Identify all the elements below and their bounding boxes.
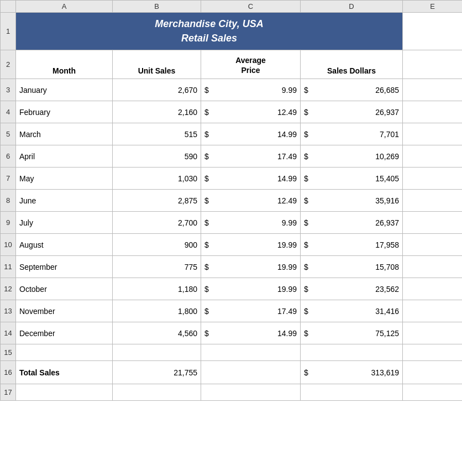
sales-cell: $75,125 <box>301 322 403 344</box>
sales-cell: $15,708 <box>301 256 403 278</box>
row-num-10: 10 <box>1 234 16 256</box>
table-row: 3 January 2,670 $9.99 $26,685 <box>1 79 463 101</box>
table-row: 9 July 2,700 $9.99 $26,937 <box>1 212 463 234</box>
sales-cell: $23,562 <box>301 278 403 300</box>
month-header: Month <box>16 50 113 79</box>
sales-cell: $10,269 <box>301 145 403 168</box>
price-cell: $9.99 <box>201 212 301 234</box>
title-cell: Merchandise City, USA Retail Sales <box>16 13 403 50</box>
units-cell: 1,800 <box>113 300 201 322</box>
empty-e <box>403 101 463 123</box>
empty-e <box>403 123 463 145</box>
units-cell: 1,180 <box>113 278 201 300</box>
table-row: 14 December 4,560 $14.99 $75,125 <box>1 322 463 344</box>
month-cell: September <box>16 256 113 278</box>
empty-c <box>201 384 301 401</box>
header-empty-e <box>403 50 463 79</box>
table-row: 8 June 2,875 $12.49 $35,916 <box>1 190 463 212</box>
empty-e <box>403 384 463 401</box>
sales-cell: $35,916 <box>301 190 403 212</box>
month-cell: August <box>16 234 113 256</box>
table-row: 10 August 900 $19.99 $17,958 <box>1 234 463 256</box>
total-price-empty <box>201 361 301 384</box>
table-row: 13 November 1,800 $17.49 $31,416 <box>1 300 463 322</box>
units-cell: 515 <box>113 123 201 145</box>
empty-c <box>201 344 301 361</box>
spreadsheet: A B C D E 1 Merchandise City, USA Retail… <box>0 0 462 476</box>
units-cell: 2,700 <box>113 212 201 234</box>
empty-e <box>403 256 463 278</box>
units-cell: 590 <box>113 145 201 168</box>
sales-cell: $7,701 <box>301 123 403 145</box>
empty-a <box>16 384 113 401</box>
empty-e <box>403 344 463 361</box>
empty-e <box>403 190 463 212</box>
units-cell: 1,030 <box>113 168 201 190</box>
month-cell: February <box>16 101 113 123</box>
col-letter-e: E <box>403 1 463 13</box>
col-letter-b: B <box>113 1 201 13</box>
price-cell: $19.99 <box>201 278 301 300</box>
units-cell: 900 <box>113 234 201 256</box>
table-row: 4 February 2,160 $12.49 $26,937 <box>1 101 463 123</box>
row-num-6: 6 <box>1 145 16 168</box>
empty-e <box>403 79 463 101</box>
avg-price-header: Average Price <box>201 50 301 79</box>
price-cell: $14.99 <box>201 123 301 145</box>
price-cell: $14.99 <box>201 322 301 344</box>
empty-e <box>403 234 463 256</box>
month-cell: May <box>16 168 113 190</box>
month-cell: June <box>16 190 113 212</box>
price-cell: $17.49 <box>201 300 301 322</box>
sales-cell: $26,937 <box>301 101 403 123</box>
total-sales: $313,619 <box>301 361 403 384</box>
title-row: 1 Merchandise City, USA Retail Sales <box>1 13 463 50</box>
unit-sales-header: Unit Sales <box>113 50 201 79</box>
row-num-3: 3 <box>1 79 16 101</box>
title-text: Merchandise City, USA Retail Sales <box>19 17 399 45</box>
row-num-11: 11 <box>1 256 16 278</box>
row-num-16: 16 <box>1 361 16 384</box>
empty-d <box>301 344 403 361</box>
month-cell: July <box>16 212 113 234</box>
table-row: 7 May 1,030 $14.99 $15,405 <box>1 168 463 190</box>
row-num-4: 4 <box>1 101 16 123</box>
row-num-14: 14 <box>1 322 16 344</box>
column-headers-row: 2 Month Unit Sales Average Price Sales D… <box>1 50 463 79</box>
empty-e <box>403 322 463 344</box>
price-cell: $14.99 <box>201 168 301 190</box>
units-cell: 775 <box>113 256 201 278</box>
table-row: 6 April 590 $17.49 $10,269 <box>1 145 463 168</box>
sales-cell: $31,416 <box>301 300 403 322</box>
empty-e <box>403 168 463 190</box>
empty-e <box>403 212 463 234</box>
month-cell: November <box>16 300 113 322</box>
table-row: 12 October 1,180 $19.99 $23,562 <box>1 278 463 300</box>
row-num-1: 1 <box>1 13 16 50</box>
col-letter-c: C <box>201 1 301 13</box>
empty-row-17: 17 <box>1 384 463 401</box>
units-cell: 2,670 <box>113 79 201 101</box>
table-row: 5 March 515 $14.99 $7,701 <box>1 123 463 145</box>
sales-dollars-header: Sales Dollars <box>301 50 403 79</box>
sales-cell: $15,405 <box>301 168 403 190</box>
row-num-13: 13 <box>1 300 16 322</box>
empty-b <box>113 384 201 401</box>
month-cell: April <box>16 145 113 168</box>
month-cell: October <box>16 278 113 300</box>
row-num-17: 17 <box>1 384 16 401</box>
empty-a <box>16 344 113 361</box>
col-letter-a: A <box>16 1 113 13</box>
empty-e <box>403 145 463 168</box>
price-cell: $19.99 <box>201 256 301 278</box>
month-cell: January <box>16 79 113 101</box>
table-row: 11 September 775 $19.99 $15,708 <box>1 256 463 278</box>
units-cell: 4,560 <box>113 322 201 344</box>
empty-d <box>301 384 403 401</box>
total-label: Total Sales <box>16 361 113 384</box>
row-num-5: 5 <box>1 123 16 145</box>
row-num-8: 8 <box>1 190 16 212</box>
empty-e <box>403 278 463 300</box>
empty-e <box>403 300 463 322</box>
empty-e <box>403 361 463 384</box>
